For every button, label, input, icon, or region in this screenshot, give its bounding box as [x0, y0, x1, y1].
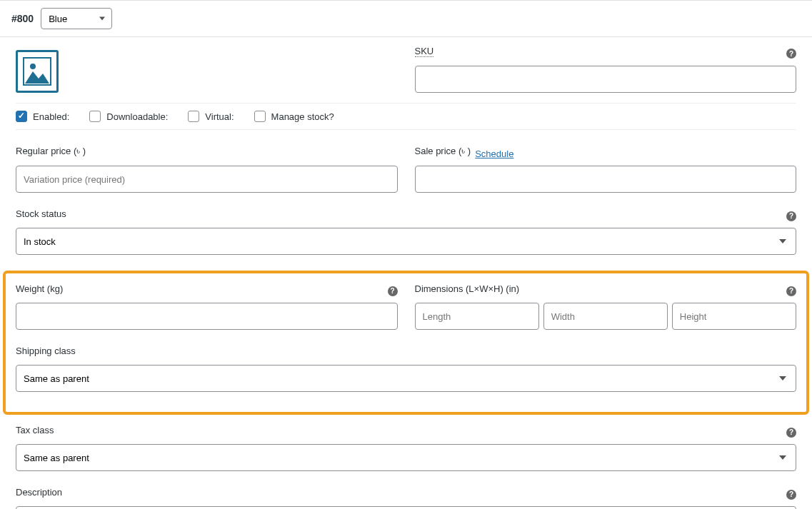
virtual-checkbox-wrap[interactable]: Virtual:	[188, 111, 234, 122]
stock-status-select[interactable]: In stock	[16, 228, 796, 255]
sale-price-input[interactable]	[415, 166, 797, 193]
sale-price-label: Sale price (৳ )	[415, 146, 471, 157]
stock-status-label: Stock status	[16, 208, 66, 219]
help-icon[interactable]: ?	[786, 490, 796, 500]
dimensions-label: Dimensions (L×W×H) (in)	[415, 283, 520, 294]
sku-input[interactable]	[415, 66, 797, 93]
tax-class-label: Tax class	[16, 425, 54, 435]
downloadable-checkbox-wrap[interactable]: Downloadable:	[89, 111, 168, 122]
help-icon[interactable]: ?	[786, 286, 796, 296]
height-input[interactable]	[672, 303, 796, 330]
shipping-class-label: Shipping class	[16, 346, 76, 356]
regular-price-input[interactable]	[16, 166, 398, 193]
description-label: Description	[16, 487, 62, 498]
help-icon[interactable]: ?	[388, 286, 398, 296]
manage-stock-checkbox[interactable]	[254, 111, 266, 122]
variation-image-button[interactable]	[16, 50, 59, 93]
tax-class-select[interactable]: Same as parent	[16, 444, 796, 471]
virtual-checkbox[interactable]	[188, 111, 199, 122]
shipping-highlight-box: Weight (kg) ? Dimensions (L×W×H) (in) ? …	[3, 271, 809, 415]
shipping-class-select[interactable]: Same as parent	[16, 365, 796, 392]
help-icon[interactable]: ?	[786, 211, 796, 221]
width-input[interactable]	[543, 303, 668, 330]
variation-panel: SKU ? Enabled: Downloadable: Virtual: Ma…	[0, 37, 812, 509]
enabled-checkbox-wrap[interactable]: Enabled:	[16, 111, 69, 122]
options-row: Enabled: Downloadable: Virtual: Manage s…	[16, 103, 796, 130]
length-input[interactable]	[415, 303, 539, 330]
image-placeholder-icon	[23, 57, 51, 86]
regular-price-label: Regular price (৳ )	[16, 146, 86, 157]
variation-id: #800	[11, 13, 34, 24]
schedule-link[interactable]: Schedule	[475, 148, 513, 159]
enabled-checkbox[interactable]	[16, 111, 27, 122]
description-textarea[interactable]	[16, 506, 796, 509]
weight-input[interactable]	[16, 303, 398, 330]
svg-point-1	[30, 64, 36, 69]
help-icon[interactable]: ?	[786, 428, 796, 438]
attribute-select[interactable]: Blue	[41, 8, 112, 29]
help-icon[interactable]: ?	[786, 49, 796, 59]
manage-stock-checkbox-wrap[interactable]: Manage stock?	[254, 111, 334, 122]
sku-label: SKU	[415, 46, 434, 57]
variation-header: #800 Blue	[0, 0, 812, 37]
weight-label: Weight (kg)	[16, 283, 63, 294]
downloadable-checkbox[interactable]	[89, 111, 101, 122]
